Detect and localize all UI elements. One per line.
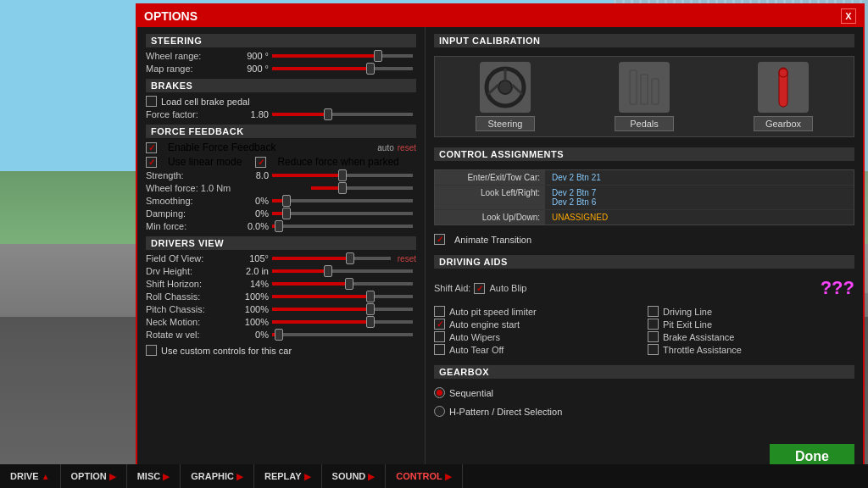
min-force-slider[interactable]: [272, 225, 413, 228]
gearbox-cal-button[interactable]: Gearbox: [754, 116, 813, 131]
calibration-area: Steering Pedals: [434, 56, 854, 137]
brake-assist-checkbox[interactable]: [648, 331, 659, 342]
neck-motion-slider[interactable]: [272, 320, 413, 324]
smoothing-thumb[interactable]: [282, 195, 291, 207]
strength-slider[interactable]: [272, 174, 413, 177]
nav-control-label: CONTROL: [396, 471, 442, 481]
pitch-chassis-slider[interactable]: [272, 308, 413, 311]
force-factor-fill: [272, 113, 328, 116]
fov-reset[interactable]: reset: [398, 254, 416, 263]
auto-pit-checkbox[interactable]: [434, 306, 445, 317]
auto-tear-checkbox[interactable]: [434, 344, 445, 355]
force-factor-row: Force factor: 1.80: [146, 109, 416, 119]
look-ud-label: Look Up/Down:: [435, 210, 545, 225]
nav-item-misc[interactable]: MISC ▶: [127, 464, 181, 488]
drv-height-slider[interactable]: [272, 269, 413, 273]
roll-chassis-slider[interactable]: [272, 295, 413, 298]
auto-tear-row: Auto Tear Off: [434, 344, 641, 355]
pitch-chassis-thumb[interactable]: [366, 303, 375, 315]
neck-motion-thumb[interactable]: [366, 316, 375, 328]
steering-cal-button[interactable]: Steering: [476, 116, 535, 131]
nav-item-option[interactable]: OPTION ▶: [61, 464, 127, 488]
close-button[interactable]: X: [841, 8, 856, 24]
look-ud-value[interactable]: UNASSIGNED: [545, 210, 854, 225]
load-cell-row: Load cell brake pedal: [146, 96, 416, 107]
animate-transition-checkbox[interactable]: [434, 234, 445, 245]
force-factor-thumb[interactable]: [324, 108, 332, 120]
auto-wipers-checkbox[interactable]: [434, 331, 445, 342]
reset-label[interactable]: reset: [398, 143, 416, 152]
shift-horizon-thumb[interactable]: [345, 278, 353, 290]
svg-point-9: [779, 69, 787, 77]
fov-value: 105°: [239, 253, 269, 263]
min-force-thumb[interactable]: [275, 220, 283, 232]
nav-item-graphic[interactable]: GRAPHIC ▶: [181, 464, 254, 488]
shift-horizon-slider[interactable]: [272, 282, 413, 286]
h-pattern-label: H-Pattern / Direct Selection: [449, 407, 562, 417]
sequential-radio[interactable]: [434, 387, 445, 398]
pedals-cal-button[interactable]: Pedals: [615, 116, 674, 131]
rotate-vel-label: Rotate w vel:: [146, 330, 239, 340]
h-pattern-radio[interactable]: [434, 406, 445, 417]
neck-motion-row: Neck Motion: 100%: [146, 317, 416, 327]
nav-item-replay[interactable]: REPLAY ▶: [254, 464, 322, 488]
nav-graphic-arrow: ▶: [236, 472, 243, 481]
left-panel: STEERING Wheel range: 900 ° Map range: 9…: [137, 27, 426, 476]
enter-exit-value[interactable]: Dev 2 Btn 21: [545, 170, 854, 185]
ff-enable-checkbox[interactable]: [146, 142, 157, 153]
driving-line-checkbox[interactable]: [648, 306, 659, 317]
damping-thumb[interactable]: [282, 208, 291, 219]
roll-chassis-thumb[interactable]: [366, 291, 375, 302]
ff-reduce-checkbox[interactable]: [255, 157, 266, 168]
strength-fill: [272, 174, 342, 177]
smoothing-slider[interactable]: [272, 199, 413, 202]
nav-replay-label: REPLAY: [264, 471, 302, 481]
custom-controls-checkbox[interactable]: [146, 345, 157, 356]
nav-item-sound[interactable]: SOUND ▶: [322, 464, 387, 488]
min-force-row: Min force: 0.0%: [146, 221, 416, 231]
wheel-force-thumb[interactable]: [338, 182, 347, 194]
nav-item-drive[interactable]: DRIVE ▲: [0, 464, 61, 488]
shift-horizon-fill: [272, 282, 349, 286]
nav-item-control[interactable]: CONTROL ▶: [386, 464, 462, 488]
custom-controls-label: Use custom controls for this car: [161, 346, 292, 356]
wheel-range-slider[interactable]: [272, 54, 413, 58]
wheel-range-value: 900 °: [239, 51, 269, 61]
animate-transition-label: Animate Transition: [454, 235, 531, 245]
strength-row: Strength: 8.0: [146, 170, 416, 180]
wheel-range-thumb[interactable]: [374, 50, 382, 62]
pit-exit-checkbox[interactable]: [648, 319, 659, 330]
map-range-slider[interactable]: [272, 67, 413, 70]
brake-assist-label: Brake Assistance: [663, 332, 734, 342]
auto-engine-checkbox[interactable]: [434, 319, 445, 330]
dialog-body: STEERING Wheel range: 900 ° Map range: 9…: [137, 27, 863, 476]
strength-thumb[interactable]: [338, 169, 347, 181]
pitch-chassis-row: Pitch Chassis: 100%: [146, 304, 416, 314]
assign-row-look: Look Left/Right: Dev 2 Btn 7Dev 2 Btn 6: [435, 186, 854, 210]
neck-motion-fill: [272, 320, 370, 324]
drv-height-thumb[interactable]: [324, 265, 332, 277]
fov-thumb[interactable]: [346, 252, 354, 264]
roll-chassis-fill: [272, 295, 370, 298]
force-factor-slider[interactable]: [272, 113, 413, 116]
damping-slider[interactable]: [272, 212, 413, 215]
rotate-vel-thumb[interactable]: [275, 329, 283, 341]
wheel-force-slider[interactable]: [311, 186, 413, 190]
wheel-force-row: Wheel force: 1.0 Nm: [146, 183, 416, 193]
rotate-vel-slider[interactable]: [272, 333, 413, 336]
throttle-assist-checkbox[interactable]: [648, 344, 659, 355]
look-lr-value[interactable]: Dev 2 Btn 7Dev 2 Btn 6: [545, 186, 854, 209]
ff-linear-checkbox[interactable]: [146, 157, 157, 168]
shift-aid-checkbox[interactable]: [474, 283, 485, 294]
ff-linear-label: Use linear mode: [168, 156, 242, 168]
steering-wheel-svg: [484, 66, 526, 108]
auto-label: auto: [377, 143, 393, 152]
damping-label: Damping:: [146, 208, 239, 219]
shift-horizon-label: Shift Horizon:: [146, 279, 239, 289]
fov-slider[interactable]: [272, 257, 391, 260]
strength-value: 8.0: [239, 170, 269, 180]
map-range-row: Map range: 900 °: [146, 64, 416, 74]
load-cell-checkbox[interactable]: [146, 96, 157, 107]
wheel-range-fill: [272, 54, 378, 58]
map-range-thumb[interactable]: [366, 63, 375, 75]
